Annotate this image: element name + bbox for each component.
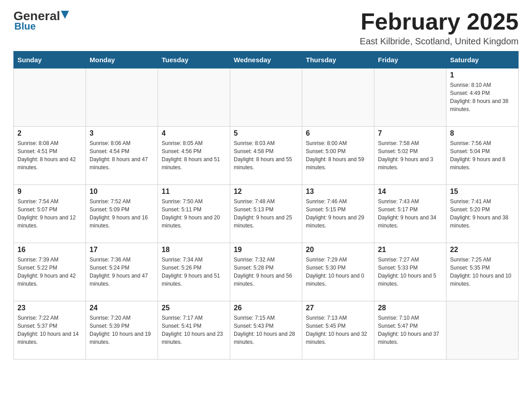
calendar-cell: 6Sunrise: 8:00 AMSunset: 5:00 PMDaylight… <box>302 127 374 185</box>
day-info: Sunrise: 7:32 AMSunset: 5:28 PMDaylight:… <box>234 256 298 288</box>
day-number: 6 <box>306 129 370 137</box>
day-number: 15 <box>450 188 515 196</box>
calendar-cell: 11Sunrise: 7:50 AMSunset: 5:11 PMDayligh… <box>158 185 230 243</box>
calendar-cell: 12Sunrise: 7:48 AMSunset: 5:13 PMDayligh… <box>230 185 302 243</box>
day-info: Sunrise: 8:03 AMSunset: 4:58 PMDaylight:… <box>234 139 298 171</box>
day-number: 4 <box>162 129 226 137</box>
calendar-day-header: Saturday <box>446 51 519 68</box>
svg-marker-0 <box>61 11 69 19</box>
day-number: 5 <box>234 129 298 137</box>
day-info: Sunrise: 7:48 AMSunset: 5:13 PMDaylight:… <box>234 197 298 230</box>
day-number: 25 <box>162 304 226 312</box>
logo-triangle-icon <box>61 11 69 21</box>
day-number: 18 <box>162 246 226 254</box>
calendar-cell: 20Sunrise: 7:29 AMSunset: 5:30 PMDayligh… <box>302 243 374 301</box>
day-number: 2 <box>17 129 82 137</box>
calendar-week-row: 1Sunrise: 8:10 AMSunset: 4:49 PMDaylight… <box>14 68 519 127</box>
day-info: Sunrise: 7:20 AMSunset: 5:39 PMDaylight:… <box>90 314 154 346</box>
day-number: 7 <box>378 129 442 137</box>
day-info: Sunrise: 7:41 AMSunset: 5:20 PMDaylight:… <box>450 197 515 230</box>
day-info: Sunrise: 7:46 AMSunset: 5:15 PMDaylight:… <box>306 197 370 230</box>
calendar-cell: 13Sunrise: 7:46 AMSunset: 5:15 PMDayligh… <box>302 185 374 243</box>
day-number: 20 <box>306 246 370 254</box>
day-info: Sunrise: 8:10 AMSunset: 4:49 PMDaylight:… <box>450 81 515 113</box>
calendar-week-row: 9Sunrise: 7:54 AMSunset: 5:07 PMDaylight… <box>14 185 519 243</box>
calendar-cell <box>374 68 446 127</box>
day-info: Sunrise: 8:06 AMSunset: 4:54 PMDaylight:… <box>90 139 154 171</box>
day-number: 1 <box>450 71 515 79</box>
calendar-cell: 1Sunrise: 8:10 AMSunset: 4:49 PMDaylight… <box>446 68 519 127</box>
calendar-cell: 21Sunrise: 7:27 AMSunset: 5:33 PMDayligh… <box>374 243 446 301</box>
day-info: Sunrise: 7:34 AMSunset: 5:26 PMDaylight:… <box>162 256 226 288</box>
day-info: Sunrise: 7:56 AMSunset: 5:04 PMDaylight:… <box>450 139 515 171</box>
day-info: Sunrise: 7:27 AMSunset: 5:33 PMDaylight:… <box>378 256 442 288</box>
calendar-cell: 7Sunrise: 7:58 AMSunset: 5:02 PMDaylight… <box>374 127 446 185</box>
calendar-cell: 16Sunrise: 7:39 AMSunset: 5:22 PMDayligh… <box>14 243 86 301</box>
day-info: Sunrise: 7:58 AMSunset: 5:02 PMDaylight:… <box>378 139 442 171</box>
day-number: 22 <box>450 246 515 254</box>
calendar-cell: 24Sunrise: 7:20 AMSunset: 5:39 PMDayligh… <box>86 301 158 360</box>
calendar-cell: 14Sunrise: 7:43 AMSunset: 5:17 PMDayligh… <box>374 185 446 243</box>
calendar-cell <box>446 301 519 360</box>
calendar-cell: 15Sunrise: 7:41 AMSunset: 5:20 PMDayligh… <box>446 185 519 243</box>
day-number: 26 <box>234 304 298 312</box>
calendar-cell <box>158 68 230 127</box>
calendar-cell: 4Sunrise: 8:05 AMSunset: 4:56 PMDaylight… <box>158 127 230 185</box>
logo: General Blue <box>13 9 69 32</box>
day-info: Sunrise: 7:22 AMSunset: 5:37 PMDaylight:… <box>17 314 82 346</box>
day-info: Sunrise: 7:10 AMSunset: 5:47 PMDaylight:… <box>378 314 442 346</box>
day-number: 14 <box>378 188 442 196</box>
day-number: 9 <box>17 188 82 196</box>
calendar-cell: 23Sunrise: 7:22 AMSunset: 5:37 PMDayligh… <box>14 301 86 360</box>
day-number: 11 <box>162 188 226 196</box>
day-number: 3 <box>90 129 154 137</box>
calendar-cell: 5Sunrise: 8:03 AMSunset: 4:58 PMDaylight… <box>230 127 302 185</box>
day-number: 17 <box>90 246 154 254</box>
calendar-cell: 25Sunrise: 7:17 AMSunset: 5:41 PMDayligh… <box>158 301 230 360</box>
day-info: Sunrise: 8:00 AMSunset: 5:00 PMDaylight:… <box>306 139 370 171</box>
day-number: 12 <box>234 188 298 196</box>
day-number: 16 <box>17 246 82 254</box>
calendar-cell <box>86 68 158 127</box>
calendar-cell: 27Sunrise: 7:13 AMSunset: 5:45 PMDayligh… <box>302 301 374 360</box>
day-number: 19 <box>234 246 298 254</box>
calendar-cell: 18Sunrise: 7:34 AMSunset: 5:26 PMDayligh… <box>158 243 230 301</box>
calendar-cell: 28Sunrise: 7:10 AMSunset: 5:47 PMDayligh… <box>374 301 446 360</box>
day-info: Sunrise: 7:50 AMSunset: 5:11 PMDaylight:… <box>162 197 226 230</box>
calendar-cell: 17Sunrise: 7:36 AMSunset: 5:24 PMDayligh… <box>86 243 158 301</box>
calendar-cell: 8Sunrise: 7:56 AMSunset: 5:04 PMDaylight… <box>446 127 519 185</box>
calendar-cell: 22Sunrise: 7:25 AMSunset: 5:35 PMDayligh… <box>446 243 519 301</box>
calendar-day-header: Friday <box>374 51 446 68</box>
calendar-week-row: 16Sunrise: 7:39 AMSunset: 5:22 PMDayligh… <box>14 243 519 301</box>
logo-blue-text: Blue <box>13 21 36 32</box>
page-header: General Blue February 2025 East Kilbride… <box>13 9 519 47</box>
day-info: Sunrise: 7:43 AMSunset: 5:17 PMDaylight:… <box>378 197 442 230</box>
calendar-day-header: Thursday <box>302 51 374 68</box>
calendar-day-header: Tuesday <box>158 51 230 68</box>
calendar-cell <box>230 68 302 127</box>
day-info: Sunrise: 7:29 AMSunset: 5:30 PMDaylight:… <box>306 256 370 288</box>
calendar-day-header: Sunday <box>14 51 86 68</box>
day-number: 28 <box>378 304 442 312</box>
day-number: 24 <box>90 304 154 312</box>
day-info: Sunrise: 7:36 AMSunset: 5:24 PMDaylight:… <box>90 256 154 288</box>
calendar-table: SundayMondayTuesdayWednesdayThursdayFrid… <box>13 51 519 360</box>
day-number: 13 <box>306 188 370 196</box>
calendar-cell: 10Sunrise: 7:52 AMSunset: 5:09 PMDayligh… <box>86 185 158 243</box>
calendar-cell <box>302 68 374 127</box>
title-section: February 2025 East Kilbride, Scotland, U… <box>360 9 519 47</box>
calendar-cell <box>14 68 86 127</box>
calendar-day-header: Wednesday <box>230 51 302 68</box>
day-info: Sunrise: 7:52 AMSunset: 5:09 PMDaylight:… <box>90 197 154 230</box>
day-number: 21 <box>378 246 442 254</box>
calendar-cell: 19Sunrise: 7:32 AMSunset: 5:28 PMDayligh… <box>230 243 302 301</box>
calendar-header-row: SundayMondayTuesdayWednesdayThursdayFrid… <box>14 51 519 68</box>
calendar-week-row: 23Sunrise: 7:22 AMSunset: 5:37 PMDayligh… <box>14 301 519 360</box>
calendar-cell: 2Sunrise: 8:08 AMSunset: 4:51 PMDaylight… <box>14 127 86 185</box>
calendar-cell: 26Sunrise: 7:15 AMSunset: 5:43 PMDayligh… <box>230 301 302 360</box>
day-info: Sunrise: 8:05 AMSunset: 4:56 PMDaylight:… <box>162 139 226 171</box>
calendar-cell: 3Sunrise: 8:06 AMSunset: 4:54 PMDaylight… <box>86 127 158 185</box>
day-info: Sunrise: 7:25 AMSunset: 5:35 PMDaylight:… <box>450 256 515 288</box>
day-info: Sunrise: 7:39 AMSunset: 5:22 PMDaylight:… <box>17 256 82 288</box>
day-info: Sunrise: 8:08 AMSunset: 4:51 PMDaylight:… <box>17 139 82 171</box>
